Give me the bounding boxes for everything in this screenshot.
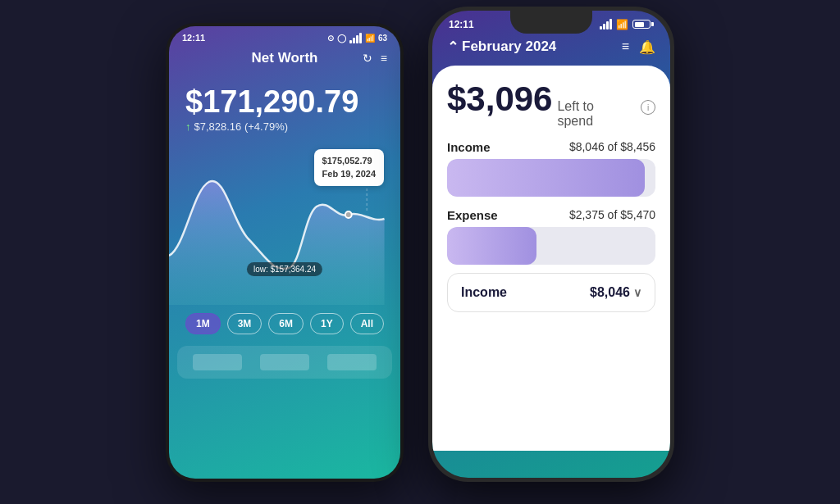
bottom-bar-item-1 xyxy=(193,354,242,370)
iphone-content: $3,096 Left to spend i Income $8,046 of … xyxy=(432,66,670,451)
chart-point-dot xyxy=(345,211,352,218)
change-arrow-icon: ↑ xyxy=(185,120,191,133)
bottom-bar-item-2 xyxy=(260,354,309,370)
bottom-section-amount: $8,046 xyxy=(590,285,630,300)
net-worth-change: ↑ $7,828.16 (+4.79%) xyxy=(169,120,400,141)
android-time: 12:11 xyxy=(182,33,205,43)
income-section-header: Income $8,046 of $8,456 xyxy=(447,140,655,154)
chart-low-label: low: $157,364.24 xyxy=(247,262,322,276)
net-worth-change-value: $7,828.16 (+4.79%) xyxy=(194,120,289,133)
expense-progress-bar xyxy=(447,227,655,265)
android-header-title: Net Worth xyxy=(252,50,318,66)
income-progress-fill xyxy=(447,159,645,197)
filter-3m[interactable]: 3M xyxy=(227,313,262,334)
filter-6m[interactable]: 6M xyxy=(268,313,304,334)
filter-all[interactable]: All xyxy=(350,313,384,334)
iphone-header-action-icons: ≡ 🔔 xyxy=(622,39,655,55)
month-label: February 2024 xyxy=(462,39,556,55)
battery-android-icon: 63 xyxy=(378,34,387,43)
chevron-down-icon: ∨ xyxy=(633,286,641,299)
refresh-icon[interactable]: ↻ xyxy=(363,52,372,65)
filter-1m[interactable]: 1M xyxy=(185,313,221,334)
iphone-status-icons: 📶 xyxy=(600,19,654,30)
iphone-signal-icon xyxy=(600,19,612,30)
signal-bars-icon xyxy=(349,33,362,43)
income-value: $8,046 of $8,456 xyxy=(569,140,655,153)
spend-label: Left to spend xyxy=(557,99,632,129)
income-label: Income xyxy=(447,140,491,154)
spend-amount: $3,096 xyxy=(447,82,552,116)
iphone-time: 12:11 xyxy=(449,19,474,30)
iphone-battery-icon xyxy=(632,20,654,29)
expense-section-header: Expense $2,375 of $5,470 xyxy=(447,208,655,222)
chart-area: $175,052.79 Feb 19, 2024 low: $157,364.2… xyxy=(169,141,400,305)
chart-tooltip: $175,052.79 Feb 19, 2024 xyxy=(314,149,384,186)
menu-icon[interactable]: ≡ xyxy=(381,52,387,65)
iphone-header: ⌃ February 2024 ≡ 🔔 xyxy=(432,34,670,66)
iphone-month-selector[interactable]: ⌃ February 2024 xyxy=(447,39,556,56)
expense-value: $2,375 of $5,470 xyxy=(569,208,655,221)
spend-amount-row: $3,096 Left to spend i xyxy=(447,82,655,129)
iphone-wifi-icon: 📶 xyxy=(616,19,628,30)
iphone-bell-icon[interactable]: 🔔 xyxy=(639,39,655,55)
iphone-menu-icon[interactable]: ≡ xyxy=(622,39,629,55)
tooltip-value: $175,052.79 xyxy=(322,154,376,168)
chat-icon: ◯ xyxy=(337,34,346,43)
scene: 12:11 ⊙ ◯ 📶 63 Net Worth xyxy=(166,23,674,482)
wifi-icon: 📶 xyxy=(365,34,375,43)
android-status-icons: ⊙ ◯ 📶 63 xyxy=(327,33,387,43)
bottom-bar-item-3 xyxy=(327,354,377,370)
android-header: Net Worth ↻ ≡ xyxy=(169,47,400,73)
net-worth-amount: $171,290.79 xyxy=(169,73,400,120)
tooltip-date: Feb 19, 2024 xyxy=(322,167,376,181)
filter-1y[interactable]: 1Y xyxy=(310,313,344,334)
income-progress-bar xyxy=(447,159,655,197)
spend-info-icon[interactable]: i xyxy=(641,100,655,115)
android-bottom-bar xyxy=(177,346,392,379)
phone-android: 12:11 ⊙ ◯ 📶 63 Net Worth xyxy=(166,23,404,482)
phone-iphone: 12:11 📶 xyxy=(428,7,674,482)
android-header-action-icons: ↻ ≡ xyxy=(363,52,387,65)
chevron-up-down-icon: ⌃ xyxy=(447,39,459,56)
android-status-bar: 12:11 ⊙ ◯ 📶 63 xyxy=(169,26,400,47)
time-filter-bar: 1M 3M 6M 1Y All xyxy=(169,313,400,346)
expense-progress-fill xyxy=(447,227,536,265)
iphone-notch xyxy=(510,11,592,34)
bottom-section-value: $8,046 ∨ xyxy=(590,285,641,300)
expense-label: Expense xyxy=(447,208,498,222)
bottom-section-label: Income xyxy=(461,285,507,300)
camera-icon: ⊙ xyxy=(327,34,334,43)
income-detail-row[interactable]: Income $8,046 ∨ xyxy=(447,273,655,312)
